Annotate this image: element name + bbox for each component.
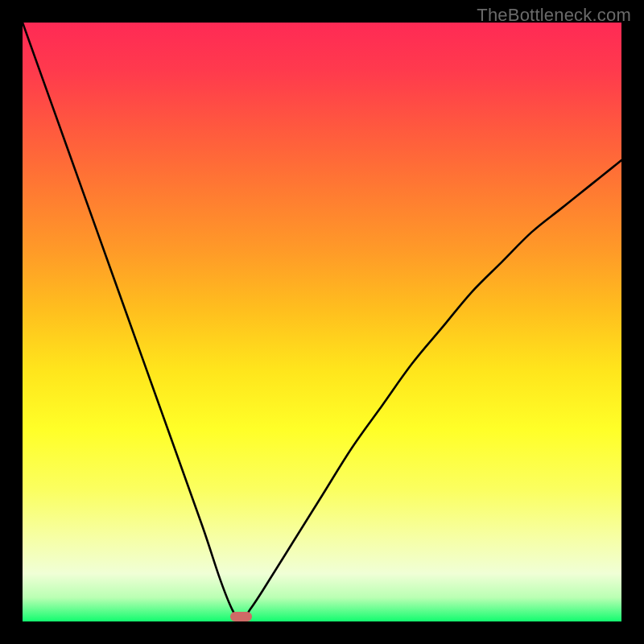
chart-frame: TheBottleneck.com — [0, 0, 644, 644]
bottleneck-curve — [23, 23, 621, 621]
watermark-text: TheBottleneck.com — [477, 5, 631, 26]
plot-area — [23, 23, 621, 621]
min-marker — [230, 612, 253, 621]
